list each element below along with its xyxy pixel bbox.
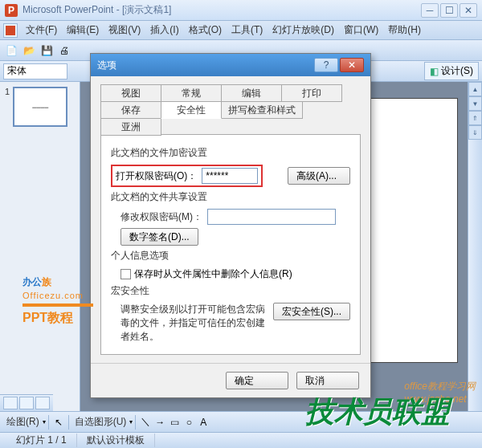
maximize-button[interactable]: ☐ xyxy=(440,3,458,18)
ok-button[interactable]: 确定 xyxy=(226,372,288,389)
menu-slideshow[interactable]: 幻灯片放映(D) xyxy=(268,22,339,39)
open-password-label: 打开权限密码(O)： xyxy=(116,169,197,183)
line-icon[interactable]: ＼ xyxy=(138,415,153,430)
design-button[interactable]: ◧设计(S) xyxy=(424,62,479,80)
open-password-input[interactable] xyxy=(202,168,258,184)
vertical-scrollbar[interactable]: ▲ ▼ ⇑ ⇓ xyxy=(468,82,482,411)
tab-edit[interactable]: 编辑 xyxy=(221,84,282,102)
open-icon[interactable]: 📂 xyxy=(21,43,37,59)
window-titlebar: P Microsoft PowerPoint - [演示文稿1] ─ ☐ ✕ xyxy=(0,0,482,21)
scroll-up-icon[interactable]: ▲ xyxy=(468,82,482,96)
slide-thumbnail-1[interactable]: 1 ▬▬▬▬ xyxy=(5,87,75,127)
next-slide-icon[interactable]: ⇓ xyxy=(468,125,482,140)
save-icon[interactable]: 💾 xyxy=(39,43,55,59)
tab-asia[interactable]: 亚洲 xyxy=(100,118,161,136)
advanced-button[interactable]: 高级(A)... xyxy=(288,167,350,185)
tab-security[interactable]: 安全性 xyxy=(161,101,222,119)
tab-view[interactable]: 视图 xyxy=(100,84,161,102)
font-name-combo[interactable]: 宋体 xyxy=(3,63,67,79)
tab-save[interactable]: 保存 xyxy=(100,101,161,119)
template-name: 默认设计模板 xyxy=(77,434,155,447)
modify-password-input[interactable] xyxy=(207,209,336,225)
window-title: Microsoft PowerPoint - [演示文稿1] xyxy=(22,3,421,17)
new-icon[interactable]: 📄 xyxy=(3,43,19,59)
sorter-view-icon[interactable] xyxy=(19,397,34,409)
modify-password-label: 修改权限密码(M)： xyxy=(111,210,202,224)
tab-print[interactable]: 打印 xyxy=(281,84,342,102)
svg-rect-2 xyxy=(6,26,15,35)
menu-tools[interactable]: 工具(T) xyxy=(227,22,268,39)
slide-counter: 幻灯片 1 / 1 xyxy=(6,434,77,447)
select-icon[interactable]: ↖ xyxy=(51,415,66,430)
menu-insert[interactable]: 插入(I) xyxy=(145,22,183,39)
status-bar: 幻灯片 1 / 1 默认设计模板 xyxy=(0,432,482,448)
view-mode-buttons xyxy=(0,394,53,411)
privacy-group-label: 个人信息选项 xyxy=(111,249,350,263)
svg-text:P: P xyxy=(8,5,14,16)
rectangle-icon[interactable]: ▭ xyxy=(167,415,182,430)
draw-menu[interactable]: 绘图(R) xyxy=(3,413,43,430)
textbox-icon[interactable]: A xyxy=(196,415,210,430)
powerpoint-icon: P xyxy=(5,4,18,17)
encrypt-group-label: 此文档的文件加密设置 xyxy=(111,146,350,160)
macro-group-label: 宏安全性 xyxy=(111,284,350,298)
autoshape-menu[interactable]: 自选图形(U) xyxy=(71,413,130,430)
digital-signature-button[interactable]: 数字签名(D)... xyxy=(120,228,198,246)
menu-help[interactable]: 帮助(H) xyxy=(383,22,426,39)
menu-format[interactable]: 格式(O) xyxy=(184,22,227,39)
slide-preview[interactable]: ▬▬▬▬ xyxy=(13,87,67,127)
menu-bar: 文件(F) 编辑(E) 视图(V) 插入(I) 格式(O) 工具(T) 幻灯片放… xyxy=(0,21,482,40)
slide-number: 1 xyxy=(5,87,10,127)
options-dialog: 选项 ? ✕ 视图 常规 编辑 打印 保存 安全性 拼写检查和样式 亚洲 此文档… xyxy=(90,53,371,398)
print-icon[interactable]: 🖨 xyxy=(56,43,72,59)
dialog-help-button[interactable]: ? xyxy=(314,58,338,72)
drawing-toolbar: 绘图(R)▾ ↖ 自选图形(U)▾ ＼ → ▭ ○ A xyxy=(0,411,482,432)
slideshow-view-icon[interactable] xyxy=(35,397,50,409)
dialog-close-button[interactable]: ✕ xyxy=(340,58,364,72)
scroll-down-icon[interactable]: ▼ xyxy=(468,96,482,111)
highlight-open-password: 打开权限密码(O)： xyxy=(111,165,263,187)
app-menu-icon[interactable] xyxy=(3,23,18,38)
minimize-button[interactable]: ─ xyxy=(421,3,439,18)
menu-view[interactable]: 视图(V) xyxy=(104,22,145,39)
dialog-footer: 确定 取消 xyxy=(91,363,370,397)
slide-thumbnail-panel[interactable]: 1 ▬▬▬▬ xyxy=(0,82,80,411)
oval-icon[interactable]: ○ xyxy=(182,415,196,430)
tab-general[interactable]: 常规 xyxy=(161,84,222,102)
arrow-icon[interactable]: → xyxy=(153,415,167,430)
dialog-titlebar[interactable]: 选项 ? ✕ xyxy=(91,54,370,76)
tab-content-security: 此文档的文件加密设置 打开权限密码(O)： 高级(A)... 此文档的文件共享设… xyxy=(100,134,361,355)
prev-slide-icon[interactable]: ⇑ xyxy=(468,111,482,125)
watermark-jsgh: office教程学习网www.jsgho.net xyxy=(404,380,476,405)
menu-edit[interactable]: 编辑(E) xyxy=(62,22,104,39)
dialog-tabs: 视图 常规 编辑 打印 保存 安全性 拼写检查和样式 亚洲 xyxy=(100,84,361,135)
menu-file[interactable]: 文件(F) xyxy=(21,22,62,39)
remove-personal-info-label: 保存时从文件属性中删除个人信息(R) xyxy=(134,267,292,281)
share-group-label: 此文档的文件共享设置 xyxy=(111,190,350,204)
normal-view-icon[interactable] xyxy=(3,397,18,409)
remove-personal-info-checkbox[interactable] xyxy=(120,269,131,279)
menu-window[interactable]: 窗口(W) xyxy=(339,22,383,39)
cancel-button[interactable]: 取消 xyxy=(296,372,359,389)
macro-description: 调整安全级别以打开可能包含宏病毒的文件，并指定可信任的宏创建者姓名。 xyxy=(120,303,267,343)
close-button[interactable]: ✕ xyxy=(460,3,477,18)
dialog-title: 选项 xyxy=(97,59,312,72)
macro-security-button[interactable]: 宏安全性(S)... xyxy=(273,303,350,320)
tab-spelling[interactable]: 拼写检查和样式 xyxy=(221,101,303,119)
